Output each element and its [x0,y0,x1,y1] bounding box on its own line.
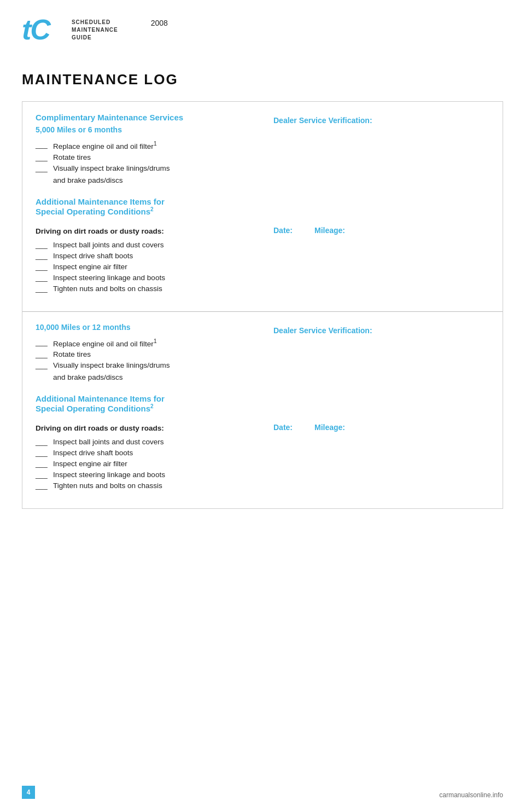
check-mark: ___ [36,338,51,346]
item-text: Inspect drive shaft boots [53,449,252,457]
check-mark: ___ [36,449,51,457]
page-number: 4 [22,786,35,799]
header-title: SCHEDULED MAINTENANCE GUIDE [72,19,118,42]
superscript: 1 [154,141,157,147]
dealer-verification: Dealer Service Verification: [273,116,489,125]
header-year: 2008 [151,19,168,27]
checklist-item: ___ Inspect engine air filter [36,263,252,271]
date-label-10000: Date: [273,423,293,432]
checklist-item: ___ Visually inspect brake linings/drums [36,164,252,172]
header: tC SCHEDULED MAINTENANCE GUIDE 2008 [0,0,525,55]
checklist-item: ___ Replace engine oil and oil filter1 [36,338,252,348]
footer-url: carmanualsonline.info [439,791,503,799]
checklist-item: ___ Inspect ball joints and dust covers [36,241,252,249]
item-text: Visually inspect brake linings/drums [53,164,252,172]
indent-text: and brake pads/discs [53,176,252,184]
mileage-heading-5000: 5,000 Miles or 6 months [36,125,252,134]
driving-label: Driving on dirt roads or dusty roads: [36,227,252,235]
item-text: Replace engine oil and oil filter1 [53,338,252,348]
item-text: Inspect steering linkage and boots [53,274,252,282]
dealer-verification-10000: Dealer Service Verification: [273,326,489,335]
check-mark: ___ [36,164,51,172]
date-mileage-5000: Date: Mileage: [273,226,489,235]
check-mark: ___ [36,153,51,161]
driving-checklist-5000: ___ Inspect ball joints and dust covers … [36,241,252,293]
item-text: Inspect engine air filter [53,460,252,468]
superscript: 1 [154,338,157,344]
driving-right-10000: Date: Mileage: [262,419,489,495]
item-text: Rotate tires [53,153,252,161]
checklist-item: ___ Inspect steering linkage and boots [36,471,252,479]
checklist-item: ___ Tighten nuts and bolts on chassis [36,482,252,490]
footer: 4 [22,786,35,799]
check-mark: ___ [36,361,51,369]
check-mark: ___ [36,263,51,271]
check-mark: ___ [36,252,51,260]
checklist-item: ___ Inspect ball joints and dust covers [36,438,252,446]
checklist-item: ___ Visually inspect brake linings/drums [36,361,252,369]
dealer-right: Dealer Service Verification: [262,113,489,187]
checklist-5000: ___ Replace engine oil and oil filter1 _… [36,141,252,172]
additional-heading-10000: Additional Maintenance Items for Special… [36,394,489,413]
driving-right-5000: Date: Mileage: [262,222,489,298]
complimentary-grid: Complimentary Maintenance Services 5,000… [36,113,489,187]
item-text: Replace engine oil and oil filter1 [53,141,252,150]
mileage-heading-10000: 10,000 Miles or 12 months [36,323,252,332]
checklist-item: ___ Inspect drive shaft boots [36,449,252,457]
checklist-item: ___ Rotate tires [36,153,252,161]
item-text: Visually inspect brake linings/drums [53,361,252,369]
checklist-item: ___ Replace engine oil and oil filter1 [36,141,252,150]
check-mark: ___ [36,241,51,249]
checklist-item: ___ Inspect engine air filter [36,460,252,468]
superscript: 2 [150,206,154,212]
check-mark: ___ [36,471,51,479]
check-mark: ___ [36,482,51,490]
driving-grid-5000: Driving on dirt roads or dusty roads: __… [36,222,489,298]
driving-grid-10000: Driving on dirt roads or dusty roads: __… [36,419,489,495]
check-mark: ___ [36,274,51,282]
additional-section-5000: Additional Maintenance Items for Special… [36,197,489,216]
page-title: MAINTENANCE LOG [22,71,503,88]
checklist-10000: ___ Replace engine oil and oil filter1 _… [36,338,252,370]
main-content: MAINTENANCE LOG Complimentary Maintenanc… [0,71,525,531]
indent-text-10000: and brake pads/discs [53,373,252,381]
item-text: Rotate tires [53,350,252,358]
complimentary-left: Complimentary Maintenance Services 5,000… [36,113,262,187]
additional-section-10000: Additional Maintenance Items for Special… [36,394,489,413]
additional-heading: Additional Maintenance Items for Special… [36,197,489,216]
check-mark: ___ [36,460,51,468]
date-mileage-10000: Date: Mileage: [273,423,489,432]
driving-label-10000: Driving on dirt roads or dusty roads: [36,424,252,432]
item-text: Inspect ball joints and dust covers [53,438,252,446]
superscript: 2 [150,403,154,409]
dealer-right-10000: Dealer Service Verification: [262,323,489,385]
maintenance-card: Complimentary Maintenance Services 5,000… [22,101,503,509]
driving-left-10000: Driving on dirt roads or dusty roads: __… [36,419,262,495]
check-mark: ___ [36,285,51,293]
checklist-item: ___ Inspect drive shaft boots [36,252,252,260]
driving-left-5000: Driving on dirt roads or dusty roads: __… [36,222,262,298]
logo: tC [22,15,50,44]
header-text: SCHEDULED MAINTENANCE GUIDE [72,19,118,42]
item-text: Inspect drive shaft boots [53,252,252,260]
mileage-label-10000: Mileage: [314,423,345,432]
mileage-grid-10000: 10,000 Miles or 12 months ___ Replace en… [36,323,489,385]
item-text: Inspect engine air filter [53,263,252,271]
complimentary-heading: Complimentary Maintenance Services [36,113,252,122]
check-mark: ___ [36,438,51,446]
checklist-item: ___ Inspect steering linkage and boots [36,274,252,282]
page: tC SCHEDULED MAINTENANCE GUIDE 2008 MAIN… [0,0,525,812]
item-text: Inspect ball joints and dust covers [53,241,252,249]
mileage-label: Mileage: [314,226,345,235]
section-10000: 10,000 Miles or 12 months ___ Replace en… [22,312,503,509]
checklist-item: ___ Rotate tires [36,350,252,358]
item-text: Tighten nuts and bolts on chassis [53,482,252,490]
item-text: Inspect steering linkage and boots [53,471,252,479]
section-5000: Complimentary Maintenance Services 5,000… [22,102,503,312]
date-label: Date: [273,226,293,235]
check-mark: ___ [36,350,51,358]
driving-checklist-10000: ___ Inspect ball joints and dust covers … [36,438,252,490]
checklist-item: ___ Tighten nuts and bolts on chassis [36,285,252,293]
check-mark: ___ [36,141,51,149]
mileage-left-10000: 10,000 Miles or 12 months ___ Replace en… [36,323,262,385]
